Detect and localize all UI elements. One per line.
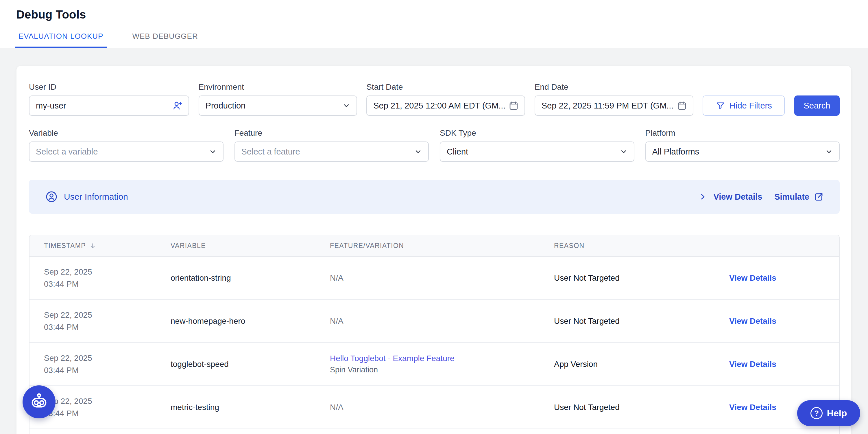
- feature-placeholder: Select a feature: [242, 147, 414, 156]
- togglebot-assistant-button[interactable]: [23, 385, 56, 418]
- chevron-down-icon: [209, 147, 217, 156]
- feature-link[interactable]: Hello Togglebot - Example Feature: [330, 354, 455, 363]
- filter-funnel-icon: [716, 101, 725, 110]
- variable-select[interactable]: Select a variable: [29, 142, 223, 162]
- search-button-label: Search: [804, 101, 830, 111]
- user-information-banner[interactable]: User Information View Details Simulate: [29, 180, 840, 214]
- feature-field-group: Feature Select a feature: [235, 128, 429, 162]
- platform-field-group: Platform All Platforms: [645, 128, 840, 162]
- start-date-value: Sep 21, 2025 12:00 AM EDT (GM...: [373, 101, 508, 111]
- variable-label: Variable: [29, 128, 223, 138]
- user-id-label: User ID: [29, 83, 189, 92]
- chevron-down-icon: [619, 147, 628, 156]
- column-header-feature-variation[interactable]: FEATURE/VARIATION: [330, 242, 554, 250]
- chevron-down-icon: [414, 147, 423, 156]
- table-row-partial: [30, 429, 839, 434]
- environment-field-group: Environment Production: [199, 83, 357, 116]
- user-id-input[interactable]: [36, 101, 172, 111]
- filter-row-1: User ID Environment Production: [29, 83, 840, 116]
- sdk-type-label: SDK Type: [440, 128, 634, 138]
- user-id-input-wrap: [29, 95, 189, 116]
- calendar-icon: [508, 100, 519, 111]
- column-header-variable[interactable]: VARIABLE: [170, 242, 330, 250]
- cell-reason: App Version: [554, 359, 729, 369]
- sort-descending-icon: [89, 242, 97, 250]
- simulate-link[interactable]: Simulate: [774, 192, 809, 202]
- user-information-actions: View Details Simulate: [698, 192, 824, 202]
- start-date-label: Start Date: [366, 83, 525, 92]
- chevron-right-icon[interactable]: [698, 192, 708, 202]
- variable-placeholder: Select a variable: [36, 147, 209, 156]
- end-date-value: Sep 22, 2025 11:59 PM EDT (GM...: [541, 101, 677, 111]
- environment-value: Production: [206, 101, 342, 111]
- variable-field-group: Variable Select a variable: [29, 128, 223, 162]
- evaluation-lookup-card: User ID Environment Production: [17, 66, 851, 434]
- chevron-down-icon: [825, 147, 833, 156]
- table-row: Sep 22, 2025 03:44 PM orientation-string…: [30, 257, 839, 300]
- robot-icon: [30, 392, 49, 411]
- help-button[interactable]: ? Help: [797, 400, 860, 426]
- platform-value: All Platforms: [652, 147, 825, 156]
- variation-name: Spin Variation: [330, 366, 554, 374]
- column-header-timestamp[interactable]: TIMESTAMP: [30, 242, 170, 250]
- tab-evaluation-lookup-label: EVALUATION LOOKUP: [19, 32, 103, 40]
- hide-filters-button[interactable]: Hide Filters: [703, 95, 785, 116]
- cell-variable: new-homepage-hero: [170, 317, 330, 326]
- environment-label: Environment: [199, 83, 357, 92]
- table-row: Sep 22, 2025 03:44 PM metric-testing N/A…: [30, 386, 839, 429]
- cell-reason: User Not Targeted: [554, 273, 729, 283]
- cell-timestamp: Sep 22, 2025 03:44 PM: [30, 309, 170, 333]
- external-link-icon[interactable]: [813, 192, 824, 202]
- environment-select[interactable]: Production: [199, 95, 357, 116]
- cell-variable: togglebot-speed: [170, 359, 330, 369]
- cell-feature-variation: N/A: [330, 273, 554, 283]
- end-date-label: End Date: [535, 83, 693, 92]
- end-date-field-group: End Date Sep 22, 2025 11:59 PM EDT (GM..…: [535, 83, 693, 116]
- row-view-details-link[interactable]: View Details: [729, 273, 776, 283]
- cell-feature-variation: Hello Togglebot - Example Feature Spin V…: [330, 354, 554, 374]
- page-header: Debug Tools EVALUATION LOOKUP WEB DEBUGG…: [0, 0, 868, 48]
- search-button[interactable]: Search: [794, 95, 840, 116]
- platform-select[interactable]: All Platforms: [645, 142, 840, 162]
- page-title: Debug Tools: [16, 8, 86, 21]
- tab-evaluation-lookup[interactable]: EVALUATION LOOKUP: [15, 32, 107, 48]
- calendar-icon: [677, 100, 687, 111]
- sdk-type-select[interactable]: Client: [440, 142, 634, 162]
- cell-timestamp: Sep 22, 2025 03:44 PM: [30, 266, 170, 290]
- cell-feature-variation: N/A: [330, 403, 554, 412]
- table-header-row: TIMESTAMP VARIABLE FEATURE/VARIATION REA…: [30, 235, 839, 257]
- row-view-details-link[interactable]: View Details: [729, 403, 776, 412]
- table-row: Sep 22, 2025 03:44 PM new-homepage-hero …: [30, 300, 839, 343]
- tab-web-debugger[interactable]: WEB DEBUGGER: [129, 32, 201, 48]
- evaluations-table: TIMESTAMP VARIABLE FEATURE/VARIATION REA…: [29, 235, 840, 434]
- hide-filters-label: Hide Filters: [730, 101, 772, 111]
- cell-variable: metric-testing: [170, 403, 330, 412]
- tab-bar: EVALUATION LOOKUP WEB DEBUGGER: [15, 32, 202, 48]
- feature-label: Feature: [235, 128, 429, 138]
- start-date-field-group: Start Date Sep 21, 2025 12:00 AM EDT (GM…: [366, 83, 525, 116]
- question-mark-icon: ?: [810, 407, 823, 419]
- table-row: Sep 22, 2025 03:44 PM togglebot-speed He…: [30, 343, 839, 386]
- user-information-header: User Information: [45, 191, 128, 203]
- cell-reason: User Not Targeted: [554, 317, 729, 326]
- help-button-label: Help: [827, 408, 847, 419]
- start-date-input[interactable]: Sep 21, 2025 12:00 AM EDT (GM...: [366, 95, 525, 116]
- user-circle-icon: [45, 191, 58, 203]
- end-date-input[interactable]: Sep 22, 2025 11:59 PM EDT (GM...: [535, 95, 693, 116]
- cell-feature-variation: N/A: [330, 317, 554, 326]
- column-header-reason[interactable]: REASON: [554, 242, 729, 250]
- row-view-details-link[interactable]: View Details: [729, 317, 776, 326]
- content-area: User ID Environment Production: [0, 48, 868, 434]
- platform-label: Platform: [645, 128, 840, 138]
- row-view-details-link[interactable]: View Details: [729, 359, 776, 369]
- sdk-type-field-group: SDK Type Client: [440, 128, 634, 162]
- user-information-view-details-link[interactable]: View Details: [713, 192, 762, 202]
- sdk-type-value: Client: [447, 147, 619, 156]
- cell-variable: orientation-string: [170, 273, 330, 283]
- filter-row-2: Variable Select a variable Feature Selec…: [29, 128, 840, 162]
- feature-select[interactable]: Select a feature: [235, 142, 429, 162]
- tab-web-debugger-label: WEB DEBUGGER: [132, 32, 198, 40]
- add-user-icon[interactable]: [172, 100, 183, 111]
- cell-reason: User Not Targeted: [554, 403, 729, 412]
- cell-timestamp: Sep 22, 2025 03:44 PM: [30, 352, 170, 376]
